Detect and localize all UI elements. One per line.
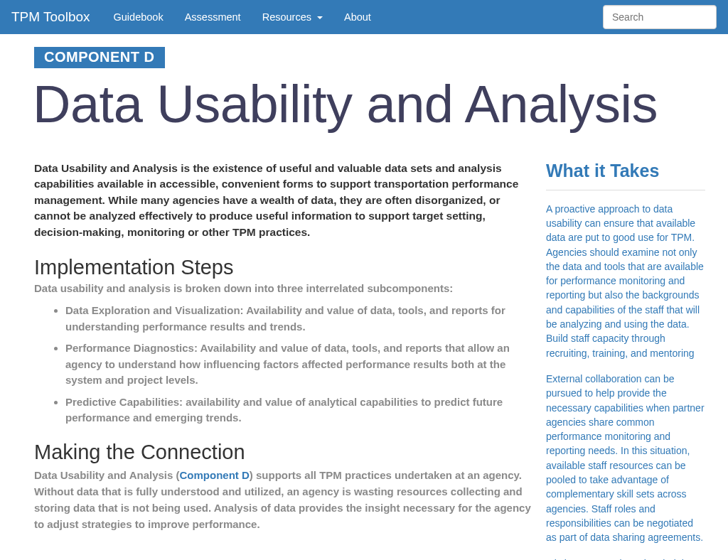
sidebar-divider — [546, 190, 705, 190]
sidebar: What it Takes A proactive approach to da… — [546, 161, 705, 560]
nav-link-assessment[interactable]: Assessment — [174, 1, 252, 33]
list-item: Performance Diagnostics: Availability an… — [65, 340, 532, 389]
page-container: COMPONENT D Data Usability and Analysis … — [0, 34, 728, 560]
intro-paragraph: Data Usability and Analysis is the exist… — [34, 161, 532, 240]
component-d-link[interactable]: Component D — [180, 469, 250, 481]
nav-link-resources[interactable]: Resources — [252, 1, 333, 33]
search-input[interactable] — [603, 5, 717, 29]
sidebar-paragraph: A proactive approach to data usability c… — [546, 202, 705, 360]
content-row: Data Usability and Analysis is the exist… — [34, 161, 705, 560]
connection-paragraph: Data Usability and Analysis (Component D… — [34, 467, 532, 533]
main-column: Data Usability and Analysis is the exist… — [34, 161, 532, 560]
nav-link-guidebook[interactable]: Guidebook — [103, 1, 174, 33]
implementation-heading: Implementation Steps — [34, 256, 532, 279]
implementation-subhead: Data usability and analysis is broken do… — [34, 282, 532, 294]
search-wrap — [603, 5, 717, 29]
sidebar-paragraph: External collaboration can be pursued to… — [546, 372, 705, 545]
component-badge: COMPONENT D — [34, 47, 165, 68]
chevron-down-icon — [317, 16, 323, 19]
nav-brand[interactable]: TPM Toolbox — [11, 9, 103, 25]
sidebar-title: What it Takes — [546, 161, 705, 181]
list-item: Data Exploration and Visualization: Avai… — [65, 303, 532, 335]
nav-link-about[interactable]: About — [333, 1, 382, 33]
connection-prefix: Data Usability and Analysis ( — [34, 469, 180, 481]
sidebar-paragraph: It is important to keep in mind that mos… — [546, 556, 705, 560]
implementation-bullets: Data Exploration and Visualization: Avai… — [34, 303, 532, 426]
nav-link-resources-label: Resources — [262, 11, 311, 23]
connection-heading: Making the Connection — [34, 441, 532, 464]
list-item: Predictive Capabilities: availability an… — [65, 394, 532, 426]
navbar: TPM Toolbox Guidebook Assessment Resourc… — [0, 0, 728, 34]
nav-links: Guidebook Assessment Resources About — [103, 1, 382, 33]
page-title: Data Usability and Analysis — [33, 77, 705, 132]
